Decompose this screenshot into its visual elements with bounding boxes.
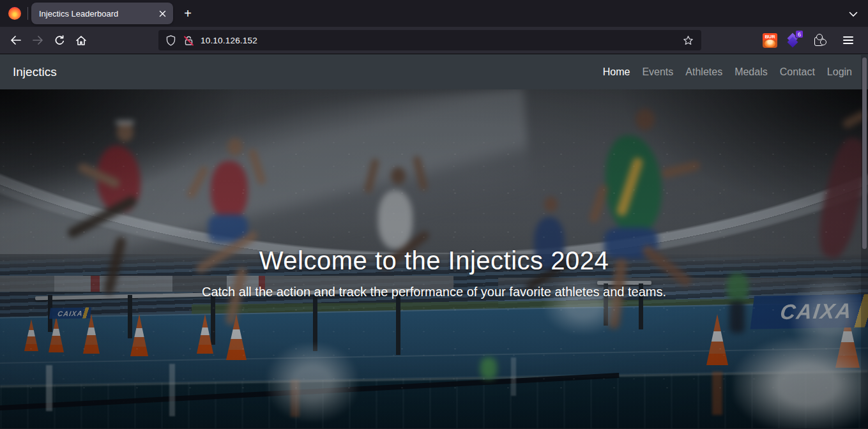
brand-link[interactable]: Injectics [13, 65, 57, 79]
puzzle-piece-icon [814, 37, 823, 46]
new-tab-button[interactable]: + [178, 4, 197, 23]
hero-copy: Welcome to the Injectics 2024 Catch all … [0, 246, 868, 299]
nav-link-home[interactable]: Home [603, 66, 630, 78]
shield-icon[interactable] [166, 35, 176, 46]
list-all-tabs-chevron-icon[interactable] [846, 7, 860, 21]
nav-link-medals[interactable]: Medals [735, 66, 768, 78]
wappalyzer-extension-icon[interactable]: 6 [785, 33, 800, 48]
hero-subtitle: Catch all the action and track the perfo… [0, 285, 868, 299]
proxy-pattern-label: BUR [763, 33, 777, 40]
tab-title: Injectics Leaderboard [39, 9, 155, 19]
extension-badge-count: 6 [795, 30, 803, 38]
hero-banner: CAIXA CAIXA [0, 89, 868, 428]
browser-tab[interactable]: Injectics Leaderboard [31, 3, 173, 24]
extensions-button[interactable] [808, 30, 830, 50]
reload-button[interactable] [49, 30, 70, 50]
nav-link-events[interactable]: Events [642, 66, 673, 78]
browser-toolbar: 10.10.126.152 BUR 6 [0, 27, 868, 54]
url-input[interactable]: 10.10.126.152 [201, 36, 683, 45]
foxyproxy-extension-icon[interactable]: BUR [763, 33, 777, 48]
url-bar[interactable]: 10.10.126.152 [158, 30, 701, 50]
nav-links: Home Events Athletes Medals Contact Logi… [603, 66, 852, 78]
insecure-lock-icon[interactable] [183, 35, 194, 46]
home-button[interactable] [70, 30, 92, 50]
firefox-logo-icon [8, 7, 21, 20]
app-menu-button[interactable] [837, 30, 859, 50]
toolbar-right-icons: BUR 6 [763, 30, 863, 50]
nav-link-login[interactable]: Login [827, 66, 852, 78]
tab-separator [27, 7, 28, 20]
page-scrollbar[interactable] [861, 55, 868, 429]
forward-button[interactable] [27, 30, 49, 50]
browser-tab-bar: Injectics Leaderboard + [0, 0, 868, 27]
fox-face-icon [765, 40, 775, 47]
scrollbar-thumb[interactable] [862, 57, 867, 249]
bookmark-star-icon[interactable] [683, 35, 694, 46]
hero-title: Welcome to the Injectics 2024 [0, 246, 868, 275]
nav-link-contact[interactable]: Contact [780, 66, 815, 78]
back-button[interactable] [5, 30, 27, 50]
site-navbar: Injectics Home Events Athletes Medals Co… [0, 54, 868, 89]
tab-close-icon[interactable] [155, 6, 169, 20]
nav-link-athletes[interactable]: Athletes [685, 66, 722, 78]
